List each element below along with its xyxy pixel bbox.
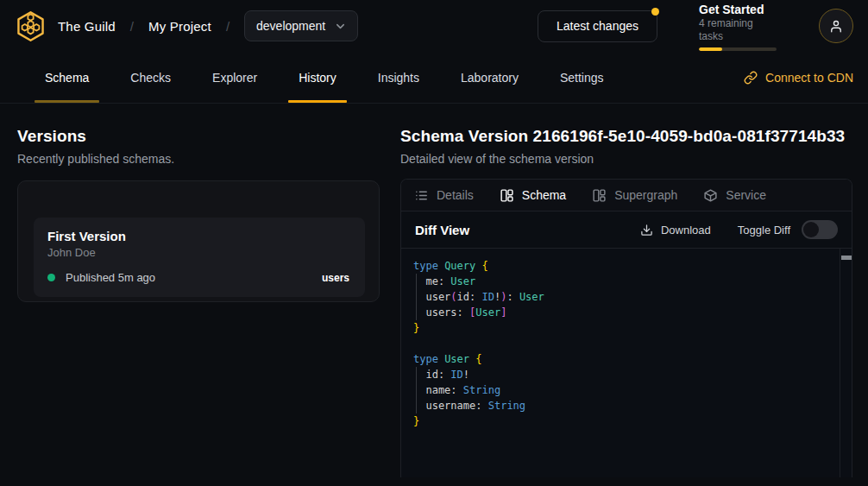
nav-tab-explorer[interactable]: Explorer (205, 52, 264, 103)
main-nav: Schema Checks Explorer History Insights … (0, 52, 868, 104)
nav-tab-checks[interactable]: Checks (123, 52, 178, 103)
detail-tab-supergraph[interactable]: Supergraph (592, 188, 677, 203)
detail-tab-label: Supergraph (614, 188, 677, 202)
code-line: type User { (413, 351, 834, 367)
notification-dot (651, 8, 659, 16)
version-detail-panel: Details Schema Sup (400, 179, 852, 477)
nav-tab-label: Schema (45, 71, 89, 85)
schema-version-title: Schema Version 2166196f-5e10-4059-bd0a-0… (400, 127, 852, 146)
target-select[interactable]: development (244, 10, 358, 41)
connect-to-cdn-link[interactable]: Connect to CDN (744, 52, 853, 103)
download-label: Download (661, 224, 711, 237)
panels-icon (500, 188, 514, 203)
schema-code-editor[interactable]: type Query { me: User user(id: ID!): Use… (401, 249, 852, 477)
code-line: username: String (413, 398, 834, 413)
toggle-diff-switch[interactable] (802, 220, 838, 239)
code-line (413, 336, 834, 351)
breadcrumb-org[interactable]: The Guild (58, 19, 116, 34)
detail-tabs: Details Schema Sup (401, 180, 852, 211)
diff-toolbar: Diff View Download Toggle Diff (401, 211, 852, 249)
breadcrumb-separator: / (130, 19, 134, 34)
version-name: First Version (47, 229, 349, 243)
main-content: Versions Recently published schemas. Fir… (0, 104, 868, 477)
nav-tab-label: History (299, 71, 337, 85)
chevron-down-icon (334, 20, 347, 33)
versions-subtitle: Recently published schemas. (17, 152, 380, 166)
nav-tab-label: Laboratory (461, 71, 519, 85)
get-started-title: Get Started (699, 2, 777, 17)
get-started-progressbar (699, 47, 777, 51)
code-line: users: [User] (413, 305, 834, 320)
nav-tab-settings[interactable]: Settings (553, 52, 611, 103)
nav-tab-insights[interactable]: Insights (371, 52, 426, 103)
detail-tab-label: Details (437, 188, 474, 202)
code-line: } (413, 320, 834, 336)
versions-column: Versions Recently published schemas. Fir… (0, 127, 400, 477)
nav-tab-label: Insights (378, 71, 419, 85)
connect-to-cdn-label: Connect to CDN (765, 71, 853, 85)
version-author: John Doe (47, 246, 349, 259)
switch-knob (803, 222, 819, 237)
breadcrumb: The Guild / My Project / development (58, 10, 358, 41)
code-line: me: User (413, 274, 834, 289)
download-icon (640, 224, 653, 237)
latest-changes-label: Latest changes (557, 19, 638, 33)
tab-underline-active (288, 100, 347, 103)
published-status-dot (47, 274, 55, 281)
nav-tab-history[interactable]: History (292, 52, 343, 103)
version-list-item[interactable]: First Version John Doe Published 5m ago … (34, 218, 365, 297)
nav-tabs: Schema Checks Explorer History Insights … (24, 52, 625, 103)
version-detail-column: Schema Version 2166196f-5e10-4059-bd0a-0… (400, 127, 852, 477)
vertical-scrollbar[interactable] (840, 249, 852, 477)
target-select-value: development (256, 19, 325, 33)
scrollbar-thumb[interactable] (841, 256, 852, 260)
get-started-subtitle: 4 remaining tasks (699, 17, 777, 43)
detail-tab-label: Schema (522, 188, 566, 202)
user-avatar-button[interactable] (819, 9, 853, 43)
top-header: The Guild / My Project / development Lat… (0, 0, 868, 52)
code-line: id: ID! (413, 367, 834, 382)
nav-tab-label: Checks (130, 71, 171, 85)
code-content: type Query { me: User user(id: ID!): Use… (413, 258, 834, 429)
detail-tab-label: Service (726, 188, 766, 202)
versions-list-card: First Version John Doe Published 5m ago … (17, 180, 380, 302)
diff-view-title: Diff View (415, 223, 469, 237)
detail-tab-schema[interactable]: Schema (500, 188, 566, 203)
service-badge: users (322, 272, 349, 284)
nav-tab-label: Settings (560, 71, 604, 85)
cube-icon (703, 188, 718, 203)
get-started-widget[interactable]: Get Started 4 remaining tasks (699, 2, 777, 51)
schema-version-subtitle: Detailed view of the schema version (400, 152, 852, 166)
tab-underline (35, 100, 99, 103)
version-status: Published 5m ago (66, 271, 155, 284)
versions-title: Versions (17, 127, 380, 146)
breadcrumb-separator: / (226, 19, 230, 34)
code-line: user(id: ID!): User (413, 289, 834, 305)
download-button[interactable]: Download (640, 224, 711, 237)
nav-tab-laboratory[interactable]: Laboratory (454, 52, 525, 103)
toggle-diff-label: Toggle Diff (738, 224, 790, 237)
code-line: name: String (413, 382, 834, 398)
detail-tab-service[interactable]: Service (703, 188, 766, 203)
user-icon (828, 18, 844, 34)
detail-tab-details[interactable]: Details (414, 188, 474, 203)
code-line: type Query { (413, 258, 834, 274)
get-started-progress-fill (699, 47, 722, 51)
list-icon (414, 188, 429, 203)
latest-changes-button[interactable]: Latest changes (538, 10, 657, 42)
panels-icon (592, 188, 607, 203)
nav-tab-schema[interactable]: Schema (38, 52, 96, 103)
breadcrumb-project[interactable]: My Project (148, 19, 211, 34)
hive-logo-icon[interactable] (15, 10, 47, 42)
nav-tab-label: Explorer (212, 71, 257, 85)
link-icon (744, 71, 758, 85)
code-line: } (413, 413, 834, 429)
